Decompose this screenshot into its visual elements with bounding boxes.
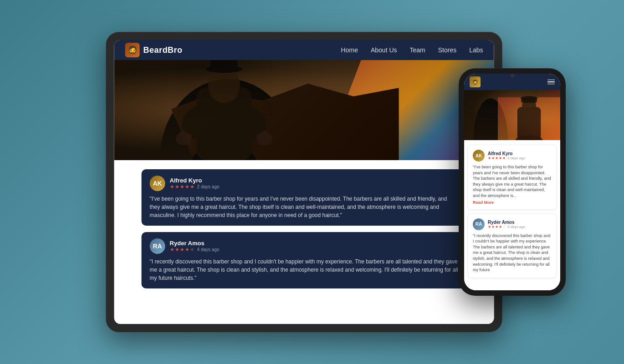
logo-icon: 🧔	[125, 43, 140, 57]
phone-reviewer-2-meta: ★ ★ ★ ★ ☆ 4 days ago	[488, 225, 525, 229]
phone-hero-illustration	[498, 90, 560, 140]
phone-reviewer-1-stars: ★ ★ ★ ★ ★	[488, 156, 506, 160]
reviewer-2-stars: ★ ★ ★ ★ ★	[170, 247, 194, 253]
star-2-1: ★	[170, 247, 174, 253]
phone-reviews-section: AK Alfred Kyro ★ ★ ★ ★ ★	[464, 140, 560, 290]
hamburger-line-3	[547, 84, 555, 85]
reviewer-2-info: Ryder Amos ★ ★ ★ ★ ★ 4 days ago	[170, 240, 220, 253]
phone-reviewer-1-time: 2 days ago	[507, 156, 525, 160]
tablet-reviews-section: AK Alfred Kyro ★ ★ ★ ★ ★	[114, 160, 494, 324]
star-2: ★	[175, 184, 179, 190]
phone-reviewer-2-stars: ★ ★ ★ ★ ☆	[488, 225, 506, 229]
reviewer-2-meta: ★ ★ ★ ★ ★ 4 days ago	[170, 247, 220, 253]
nav-about[interactable]: About Us	[371, 46, 397, 54]
phone-review-1-header: AK Alfred Kyro ★ ★ ★ ★ ★	[473, 150, 552, 162]
svg-rect-4	[210, 60, 238, 70]
tablet-screen: 🧔 BeardBro Home About Us Team Stores Lab…	[114, 40, 494, 324]
phone-screen: 🧔	[464, 74, 560, 290]
reviewer-1-meta: ★ ★ ★ ★ ★ 2 days ago	[170, 184, 220, 190]
nav-stores[interactable]: Stores	[438, 46, 456, 54]
hero-illustration	[133, 60, 342, 160]
svg-point-10	[521, 96, 538, 100]
hamburger-line-2	[547, 81, 555, 82]
reviewer-1-time: 2 days ago	[197, 184, 220, 189]
reviewer-2-avatar: RA	[150, 238, 165, 254]
tablet-review-2: RA Ryder Amos ★ ★ ★ ★ ★	[142, 232, 467, 288]
star-5: ★	[190, 184, 194, 190]
tablet-nav: Home About Us Team Stores Labs	[341, 46, 483, 54]
star-2-2: ★	[175, 247, 179, 253]
read-more-1[interactable]: Read More	[473, 200, 552, 205]
reviewer-1-avatar: AK	[150, 176, 165, 191]
phone-reviewer-1-meta: ★ ★ ★ ★ ★ 2 days ago	[488, 156, 525, 160]
phone-hero	[464, 90, 560, 140]
phone-reviewer-2-text: "I recently discovered this barber shop …	[473, 233, 552, 273]
reviewer-1-text: "I've been going to this barber shop for…	[150, 195, 459, 219]
review-1-header: AK Alfred Kyro ★ ★ ★ ★ ★	[150, 176, 459, 191]
phone-notch	[511, 74, 514, 77]
phone-reviewer-2-name: Ryder Amos	[488, 220, 525, 225]
review-2-header: RA Ryder Amos ★ ★ ★ ★ ★	[150, 238, 459, 254]
brand-name: BeardBro	[143, 46, 183, 55]
hamburger-line-1	[547, 80, 555, 81]
star-4: ★	[185, 184, 189, 190]
hamburger-menu[interactable]	[547, 80, 555, 85]
phone-logo-icon: 🧔	[470, 76, 481, 87]
phone-reviewer-1-avatar: AK	[473, 150, 485, 162]
star-3: ★	[180, 184, 184, 190]
reviewer-2-text: "I recently discovered this barber shop …	[150, 258, 459, 282]
phone-review-2-header: RA Ryder Amos ★ ★ ★ ★ ☆	[473, 218, 552, 230]
phone-outer-frame: 🧔	[459, 68, 566, 296]
tablet-hero	[114, 60, 494, 160]
phone-reviewer-2-info: Ryder Amos ★ ★ ★ ★ ☆ 4 days ago	[488, 220, 525, 229]
reviewer-1-name: Alfred Kyro	[170, 177, 220, 184]
tablet-outer-frame: 🧔 BeardBro Home About Us Team Stores Lab…	[106, 32, 502, 332]
reviewer-2-name: Ryder Amos	[170, 240, 220, 247]
phone-reviewer-2-avatar: RA	[473, 218, 485, 230]
phone-review-2: RA Ryder Amos ★ ★ ★ ★ ☆	[468, 213, 557, 278]
star-2-5: ★	[190, 247, 194, 253]
nav-team[interactable]: Team	[410, 46, 425, 54]
star-2-4: ★	[185, 247, 189, 253]
phone-review-1: AK Alfred Kyro ★ ★ ★ ★ ★	[468, 145, 557, 210]
tablet-review-1: AK Alfred Kyro ★ ★ ★ ★ ★	[142, 169, 467, 226]
phone-reviewer-1-text: "I've been going to this barber shop for…	[473, 164, 552, 199]
tablet-navbar: 🧔 BeardBro Home About Us Team Stores Lab…	[114, 40, 494, 60]
nav-home[interactable]: Home	[341, 46, 358, 54]
nav-labs[interactable]: Labs	[469, 46, 483, 54]
tablet-device: 🧔 BeardBro Home About Us Team Stores Lab…	[106, 32, 502, 332]
phone-reviewer-1-name: Alfred Kyro	[488, 151, 525, 156]
reviewer-1-stars: ★ ★ ★ ★ ★	[170, 184, 194, 190]
tablet-logo: 🧔 BeardBro	[125, 43, 183, 57]
reviewer-1-info: Alfred Kyro ★ ★ ★ ★ ★ 2 days ago	[170, 177, 220, 190]
star-2-3: ★	[180, 247, 184, 253]
phone-device: 🧔	[459, 68, 566, 296]
star-1: ★	[170, 184, 174, 190]
phone-reviewer-1-info: Alfred Kyro ★ ★ ★ ★ ★ 2 days ago	[488, 151, 525, 160]
reviewer-2-time: 4 days ago	[197, 247, 220, 252]
phone-reviewer-2-time: 4 days ago	[507, 225, 525, 229]
